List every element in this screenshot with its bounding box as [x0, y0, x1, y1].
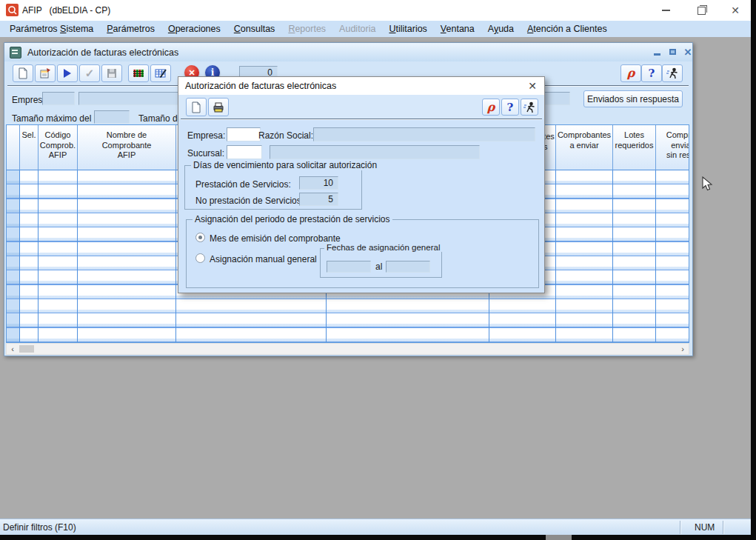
new-button[interactable]: [186, 98, 207, 116]
grid-line: [655, 170, 656, 342]
enviados-sin-respuesta-button[interactable]: Enviados sin respuesta: [583, 90, 683, 107]
dialog-sucursal-name-field: [270, 145, 480, 159]
restore-icon: [698, 7, 706, 15]
grid-line: [77, 170, 78, 342]
exit-button[interactable]: [662, 64, 683, 82]
column-header-3[interactable]: Nombre deComprobanteAFIP: [78, 125, 176, 170]
fechas-asignacion-title: Fechas de asignación general: [324, 243, 442, 252]
screen-right-edge: [751, 0, 756, 540]
dialog-empresa-label: Empresa:: [187, 130, 225, 141]
print-button[interactable]: [208, 98, 229, 116]
child-window-title: Autorización de facturas electrónicas: [27, 47, 178, 58]
dialog-close-button[interactable]: ✕: [526, 80, 538, 92]
dialog-sucursal-field[interactable]: [227, 145, 262, 159]
new-icon: [190, 101, 202, 113]
column-header-1[interactable]: Sel.: [20, 125, 39, 170]
app-icon: [6, 4, 19, 16]
radio-mes-emision-label[interactable]: Mes de emisión del comprobante: [210, 233, 341, 244]
run-button[interactable]: [57, 64, 78, 82]
window-icon: [10, 47, 21, 59]
print-icon: [213, 101, 224, 113]
app-title: AFIP (dbELDIA - CP): [22, 5, 110, 16]
menu-item-par-metros[interactable]: Parámetros: [100, 21, 161, 36]
dialog-razon-field: [313, 127, 535, 141]
properties-icon: [39, 67, 51, 79]
minimize-button[interactable]: [650, 0, 681, 21]
properties-button[interactable]: [35, 64, 56, 82]
empresa-code-field[interactable]: [42, 92, 75, 105]
filter-rho-icon: ρ: [627, 68, 635, 79]
al-label: al: [375, 261, 382, 272]
column-header-0[interactable]: [7, 125, 20, 170]
column-header-7[interactable]: Comprobantesa enviar: [556, 125, 613, 170]
row-selector-column[interactable]: [7, 170, 20, 342]
menu-item-par-metros-sistema[interactable]: Parámetros Sistema: [3, 21, 100, 36]
run-icon: [64, 69, 71, 78]
dialog-titlebar[interactable]: Autorización de facturas electrónicas: [178, 77, 544, 95]
fecha-desde-field: [327, 261, 371, 273]
screen: AFIP (dbELDIA - CP) ✕ Parámetros Sistema…: [0, 0, 756, 540]
child-titlebar[interactable]: Autorización de facturas electrónicas ✕: [4, 43, 692, 61]
dias-vencimiento-title: Días de vencimiento para solicitar autor…: [191, 160, 379, 170]
new-icon: [17, 67, 29, 79]
help-button[interactable]: ?: [641, 64, 662, 82]
filter-rho-icon: ρ: [487, 102, 495, 113]
status-divider: [680, 521, 681, 534]
exit-button[interactable]: [521, 99, 538, 116]
prestacion-label: Prestación de Servicios:: [195, 179, 291, 190]
child-maximize-button[interactable]: [666, 46, 679, 58]
filter-rho-button[interactable]: ρ: [620, 64, 641, 82]
menu-item-ayuda[interactable]: Ayuda: [481, 21, 521, 36]
horizontal-scrollbar[interactable]: ‹ ›: [6, 343, 689, 355]
restore-button[interactable]: [686, 0, 717, 21]
grid-line: [612, 170, 613, 342]
confirm-button[interactable]: ✓: [79, 64, 100, 82]
no-prestacion-field: 5: [299, 193, 338, 206]
scroll-right-arrow[interactable]: ›: [677, 344, 689, 354]
scrollbar-thumb[interactable]: [19, 345, 34, 353]
column-header-2[interactable]: CódigoComprob.AFIP: [39, 125, 78, 170]
menu-item-utilitarios[interactable]: Utilitarios: [382, 21, 433, 36]
menu-item-ventana[interactable]: Ventana: [434, 21, 481, 36]
column-header-8[interactable]: Lotesrequeridos: [613, 125, 656, 170]
fechas-asignacion-group: Fechas de asignación general al: [320, 248, 442, 278]
new-button[interactable]: [13, 64, 33, 82]
close-icon: ✕: [731, 5, 740, 16]
menu-item-reportes: Reportes: [281, 21, 332, 36]
filter-rho-button[interactable]: ρ: [482, 99, 500, 116]
radio-asignacion-manual-label[interactable]: Asignación manual general: [210, 254, 317, 264]
taskbar-notch: [546, 535, 572, 540]
radio-asignacion-manual[interactable]: [195, 253, 205, 263]
prestacion-field: 10: [299, 176, 338, 190]
menu-item-auditoria: Auditoria: [332, 21, 382, 36]
radio-mes-emision[interactable]: [195, 233, 205, 242]
dialog-toolbar: ρ?: [178, 95, 544, 119]
lote-field[interactable]: [94, 110, 130, 124]
menu-item-operaciones[interactable]: Operaciones: [161, 21, 227, 36]
minimize-icon: [654, 53, 660, 56]
exit-icon: [523, 101, 536, 113]
close-button[interactable]: ✕: [720, 0, 751, 21]
save-button[interactable]: [101, 64, 122, 82]
save-icon: [106, 67, 118, 79]
help-button[interactable]: ?: [501, 99, 519, 116]
asignacion-periodo-title: Asignación del periodo de prestación de …: [193, 214, 392, 224]
columns-icon: [133, 67, 144, 79]
menu-item-atenci-n-a-clientes[interactable]: Atención a Clientes: [521, 21, 614, 36]
dialog-empresa-field[interactable]: [227, 127, 261, 141]
column-header-9[interactable]: Comprobaenviadosin respue: [656, 125, 689, 170]
exit-icon: [666, 67, 679, 79]
menu-item-consultas[interactable]: Consultas: [227, 21, 282, 36]
num-lock-indicator: NUM: [695, 522, 715, 533]
fecha-hasta-field: [386, 261, 430, 273]
autorizacion-dialog: Autorización de facturas electrónicas ✕ …: [178, 76, 545, 293]
child-close-button[interactable]: ✕: [681, 46, 695, 58]
grid-edit-button[interactable]: [150, 64, 171, 82]
child-minimize-button[interactable]: [650, 46, 663, 58]
no-prestacion-label: No prestación de Servicios:: [195, 196, 304, 206]
dias-vencimiento-group: Días de vencimiento para solicitar autor…: [184, 165, 362, 210]
grid-line: [175, 170, 176, 342]
columns-button[interactable]: [128, 64, 149, 82]
scroll-left-arrow[interactable]: ‹: [7, 344, 19, 354]
dialog-title: Autorización de facturas electrónicas: [185, 81, 336, 91]
